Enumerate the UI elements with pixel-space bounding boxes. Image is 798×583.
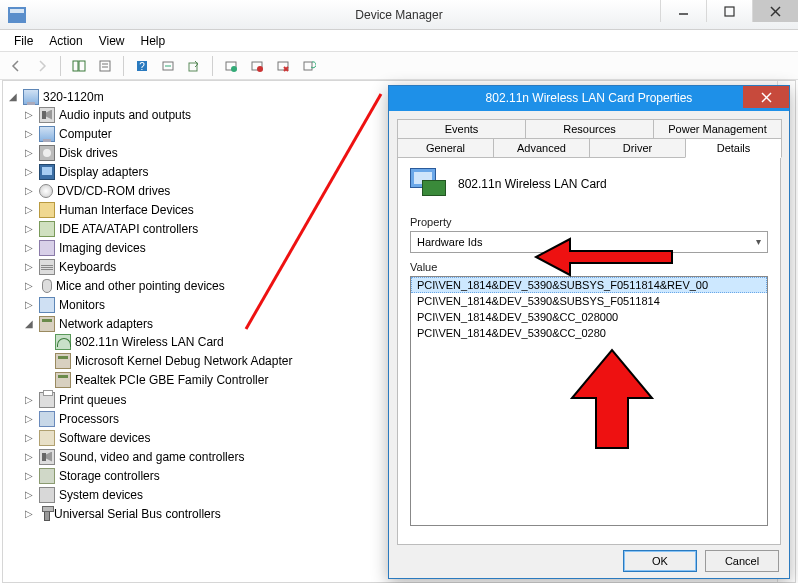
expander-icon[interactable]: ◢ <box>23 318 35 329</box>
tab-resources[interactable]: Resources <box>525 119 654 138</box>
dialog-titlebar[interactable]: 802.11n Wireless LAN Card Properties <box>389 86 789 111</box>
expander-icon[interactable]: ▷ <box>23 299 35 310</box>
expander-icon[interactable]: ▷ <box>23 394 35 405</box>
device-category-icon <box>39 221 55 237</box>
tree-item-label: Imaging devices <box>59 241 146 255</box>
expander-icon[interactable]: ▷ <box>23 223 35 234</box>
device-category-icon <box>39 316 55 332</box>
close-button[interactable] <box>752 0 798 22</box>
expander-icon[interactable]: ▷ <box>23 185 35 196</box>
expander-icon[interactable]: ▷ <box>23 470 35 481</box>
tree-item-label: Software devices <box>59 431 150 445</box>
show-hide-tree-button[interactable] <box>67 55 91 77</box>
expander-icon[interactable]: ▷ <box>23 109 35 120</box>
tab-driver[interactable]: Driver <box>589 138 686 158</box>
cancel-button[interactable]: Cancel <box>705 550 779 572</box>
expander-icon[interactable]: ▷ <box>23 489 35 500</box>
expander-icon[interactable]: ▷ <box>23 508 35 519</box>
expander-icon[interactable]: ▷ <box>23 451 35 462</box>
svg-point-16 <box>257 66 263 72</box>
device-name: 802.11n Wireless LAN Card <box>458 177 607 191</box>
svg-rect-4 <box>73 61 78 71</box>
value-listbox[interactable]: PCI\VEN_1814&DEV_5390&SUBSYS_F0511814&RE… <box>410 276 768 526</box>
menubar: File Action View Help <box>0 30 798 52</box>
property-label: Property <box>410 216 768 228</box>
refresh-button[interactable] <box>297 55 321 77</box>
menu-file[interactable]: File <box>6 32 41 50</box>
device-icon <box>55 334 71 350</box>
expander-icon[interactable]: ▷ <box>23 166 35 177</box>
property-combo[interactable]: Hardware Ids ▾ <box>410 231 768 253</box>
scan-button[interactable] <box>156 55 180 77</box>
menu-help[interactable]: Help <box>133 32 174 50</box>
device-category-icon <box>39 430 55 446</box>
tree-item-label: DVD/CD-ROM drives <box>57 184 170 198</box>
uninstall-button[interactable] <box>219 55 243 77</box>
tree-item-label: Human Interface Devices <box>59 203 194 217</box>
value-item[interactable]: PCI\VEN_1814&DEV_5390&CC_028000 <box>411 309 767 325</box>
device-category-icon <box>39 145 55 161</box>
expander-icon[interactable]: ▷ <box>23 204 35 215</box>
tab-power-management[interactable]: Power Management <box>653 119 782 138</box>
tree-root-label: 320-1120m <box>43 90 104 104</box>
back-button[interactable] <box>4 55 28 77</box>
expander-icon[interactable]: ▷ <box>23 261 35 272</box>
value-item[interactable]: PCI\VEN_1814&DEV_5390&SUBSYS_F0511814&RE… <box>411 277 767 293</box>
tab-details[interactable]: Details <box>685 138 782 158</box>
device-category-icon <box>39 107 55 123</box>
tab-general[interactable]: General <box>397 138 494 158</box>
menu-action[interactable]: Action <box>41 32 90 50</box>
dialog-close-button[interactable] <box>743 86 789 108</box>
chevron-down-icon: ▾ <box>756 236 761 247</box>
properties-button[interactable] <box>93 55 117 77</box>
svg-rect-6 <box>100 61 110 71</box>
expander-icon[interactable]: ▷ <box>23 128 35 139</box>
ok-button[interactable]: OK <box>623 550 697 572</box>
device-category-icon <box>39 259 55 275</box>
device-category-icon <box>39 202 55 218</box>
menu-view[interactable]: View <box>91 32 133 50</box>
expander-icon[interactable]: ▷ <box>23 242 35 253</box>
svg-rect-1 <box>725 7 734 16</box>
device-category-icon <box>39 164 55 180</box>
device-category-icon <box>39 184 53 198</box>
device-category-icon <box>42 279 52 293</box>
update-driver-button[interactable] <box>182 55 206 77</box>
device-category-icon <box>39 297 55 313</box>
expander-icon[interactable]: ▷ <box>23 413 35 424</box>
tree-item-label: System devices <box>59 488 143 502</box>
expander-icon[interactable]: ▷ <box>23 147 35 158</box>
disable-button[interactable] <box>245 55 269 77</box>
tree-item-label: Display adapters <box>59 165 148 179</box>
forward-button[interactable] <box>30 55 54 77</box>
svg-rect-20 <box>304 62 312 70</box>
remove-button[interactable] <box>271 55 295 77</box>
properties-dialog: 802.11n Wireless LAN Card Properties Eve… <box>388 85 790 579</box>
device-category-icon <box>44 507 50 521</box>
device-category-icon <box>39 468 55 484</box>
tree-item-label: IDE ATA/ATAPI controllers <box>59 222 198 236</box>
computer-icon <box>23 89 39 105</box>
tree-child-label: 802.11n Wireless LAN Card <box>75 335 224 349</box>
minimize-button[interactable] <box>660 0 706 22</box>
tab-advanced[interactable]: Advanced <box>493 138 590 158</box>
maximize-button[interactable] <box>706 0 752 22</box>
property-combo-value: Hardware Ids <box>417 236 482 248</box>
expander-icon[interactable]: ▷ <box>23 432 35 443</box>
value-item[interactable]: PCI\VEN_1814&DEV_5390&SUBSYS_F0511814 <box>411 293 767 309</box>
svg-rect-12 <box>189 63 197 71</box>
device-category-icon <box>39 449 55 465</box>
tree-item-label: Sound, video and game controllers <box>59 450 244 464</box>
value-label: Value <box>410 261 768 273</box>
tab-content-details: 802.11n Wireless LAN Card Property Hardw… <box>397 157 781 545</box>
tree-item-label: Processors <box>59 412 119 426</box>
device-category-icon <box>39 487 55 503</box>
device-category-icon <box>39 240 55 256</box>
help-button[interactable]: ? <box>130 55 154 77</box>
svg-rect-5 <box>79 61 85 71</box>
value-item[interactable]: PCI\VEN_1814&DEV_5390&CC_0280 <box>411 325 767 341</box>
tab-events[interactable]: Events <box>397 119 526 138</box>
tree-child-label: Realtek PCIe GBE Family Controller <box>75 373 268 387</box>
device-icon <box>410 168 448 200</box>
expander-icon[interactable]: ▷ <box>23 280 35 291</box>
